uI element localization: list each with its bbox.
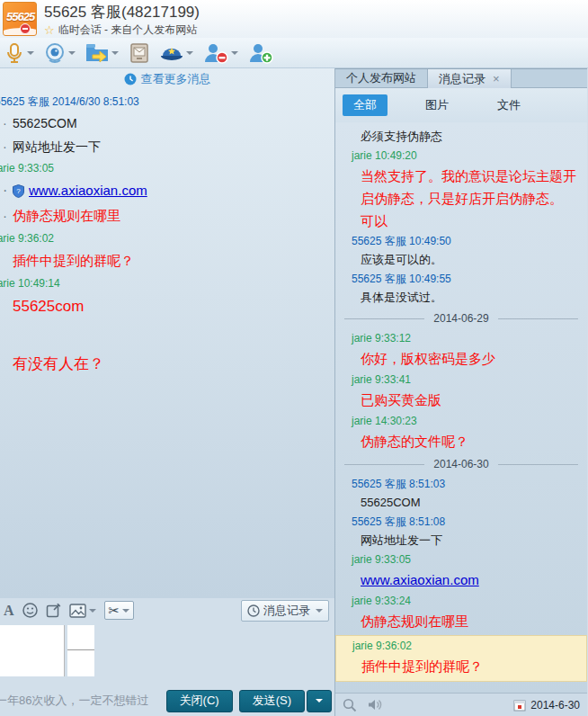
chevron-down-icon[interactable] [316,609,323,616]
history-filter-bar: 全部 图片 文件 [335,88,587,122]
chevron-down-icon[interactable] [89,609,96,616]
chat-message: 插件中提到的群呢？ [336,655,586,678]
message-input-area[interactable] [0,622,334,685]
chat-message: 必须支持伪静态 [335,127,587,147]
sender-timestamp: jarie 9:33:05 [335,550,587,568]
chat-message: 55625com [0,293,334,320]
chat-message: 具体是没试过。 [335,288,587,308]
url-link[interactable]: www.axiaoxian.com [361,568,479,592]
chat-message-link-row: www.axiaoxian.com [335,568,587,592]
message-gap [0,320,334,351]
calendar-icon [513,699,526,712]
filter-files[interactable]: 文件 [486,94,531,116]
shield-icon: ? [13,184,24,198]
clock-icon [124,73,137,85]
sender-timestamp: 55625 客服 2014/6/30 8:51:03 [0,92,334,112]
search-icon[interactable] [343,698,357,712]
input-toolbar: A ✂ 消息记录 [0,598,334,622]
screen-capture-icon[interactable]: ✂ [104,601,135,620]
view-more-messages-link[interactable]: 查看更多消息 [0,68,334,90]
chat-message: 应该是可以的。 [335,250,587,270]
sender-timestamp: jarie 9:33:24 [335,592,587,610]
report-icon[interactable] [159,41,194,65]
sender-timestamp: jarie 14:30:23 [335,412,587,430]
chat-message: 55625COM [0,112,334,135]
sender-timestamp: jarie 10:49:20 [335,147,587,165]
sender-timestamp: 55625 客服 8:51:03 [335,475,587,493]
send-button[interactable]: 发送(S) [239,690,305,712]
chat-message: 插件中提到的群呢？ [0,248,334,273]
block-user-icon[interactable] [202,40,239,66]
input-preview-box [0,625,65,676]
chat-message: 伪静态规则在哪里 [0,203,334,228]
message-history-button[interactable]: 消息记录 [241,600,329,622]
shake-window-icon[interactable] [46,603,61,618]
chevron-down-icon[interactable] [186,51,193,58]
sender-timestamp: 55625 客服 10:49:55 [335,270,587,288]
chat-message: 有没有人在？ [0,351,334,378]
date-label: 2014-06-29 [433,312,488,325]
tab-personal-site[interactable]: 个人发布网站 [335,69,427,87]
chat-message: 已购买黄金版 [335,389,587,412]
sender-timestamp: jarie 9:33:12 [335,329,587,347]
side-panel-tabs: 个人发布网站 消息记录 × [335,68,587,88]
sender-timestamp: jarie 9:36:02 [336,637,586,655]
side-panel: 个人发布网站 消息记录 × 全部 图片 文件 必须支持伪静态jarie 10:4… [335,68,587,716]
url-link[interactable]: www.axiaoxian.com [29,178,147,203]
promo-status-text: 一年86次收入，一定不想错过 [0,693,160,709]
tab-message-history[interactable]: 消息记录 × [427,69,512,88]
date-label: 2014-06-30 [433,458,488,470]
sender-timestamp: jarie 9:33:05 [0,158,334,178]
send-image-icon[interactable] [69,604,96,618]
input-preview-box [67,625,94,676]
chat-message: 网站地址发一下 [0,135,334,158]
sender-timestamp: jarie 9:33:41 [335,371,587,389]
title-texts: 55625 客服(48217199) ☆ 临时会话 - 来自个人发布网站 [44,2,200,38]
do-not-disturb-badge-icon [20,23,31,34]
chevron-down-icon[interactable] [68,51,76,58]
bottom-action-bar: 一年86次收入，一定不想错过 关闭(C) 发送(S) [0,685,334,716]
date-divider: 2014-06-30 [335,453,587,475]
close-tab-icon[interactable]: × [493,73,500,85]
svg-text:?: ? [16,187,21,195]
emoticon-icon[interactable] [22,603,38,618]
add-friend-icon[interactable] [247,40,274,66]
chat-window: 55625 55625 客服(48217199) ☆ 临时会话 - 来自个人发布… [0,0,588,716]
history-message-list[interactable]: 必须支持伪静态jarie 10:49:20当然支持了。我的意识是论坛主题开启伪静… [335,122,587,693]
chevron-down-icon[interactable] [111,51,119,58]
filter-images[interactable]: 图片 [414,94,459,116]
chevron-down-icon[interactable] [231,51,238,58]
sender-timestamp: jarie 10:49:14 [0,273,334,293]
chat-message-link-row: ?www.axiaoxian.com [0,178,334,203]
session-subtitle: 临时会话 - 来自个人发布网站 [58,22,198,38]
avatar-logo-text: 55625 [6,10,34,23]
highlighted-message-block: jarie 9:36:02插件中提到的群呢？ [335,635,587,682]
chat-toolbar [0,38,588,68]
chevron-down-icon[interactable] [27,51,34,58]
video-call-icon[interactable] [43,40,76,66]
message-history-area: 查看更多消息 55625 客服 2014/6/30 8:51:0355625CO… [0,68,334,598]
title-bar: 55625 55625 客服(48217199) ☆ 临时会话 - 来自个人发布… [0,0,588,38]
chat-message: 伪静态规则在哪里 [335,610,587,633]
font-style-icon[interactable]: A [4,603,14,619]
message-box-icon[interactable] [128,40,151,66]
filter-all[interactable]: 全部 [343,94,388,116]
shield-icon: ? [13,184,24,198]
close-button[interactable]: 关闭(C) [166,690,233,712]
date-divider: 2014-06-29 [335,308,587,329]
chat-message: 网站地址发一下 [335,531,587,550]
speaker-icon[interactable] [368,698,383,712]
chevron-down-icon[interactable] [122,609,129,616]
star-icon[interactable]: ☆ [44,24,55,37]
history-bottom-bar: 2014-6-30 [335,693,587,716]
chat-message: 伪静态的文件呢？ [335,430,587,453]
sender-timestamp: 55625 客服 10:49:50 [335,232,587,250]
avatar[interactable]: 55625 [3,2,37,36]
send-file-icon[interactable] [85,41,120,65]
send-options-button[interactable] [307,690,332,712]
voice-call-icon[interactable] [4,40,35,66]
sender-timestamp: 55625 客服 8:51:08 [335,513,587,531]
conversation-panel: 查看更多消息 55625 客服 2014/6/30 8:51:0355625CO… [0,68,335,716]
history-date-picker[interactable]: 2014-6-30 [513,699,580,712]
chat-message: 55625COM [335,493,587,513]
